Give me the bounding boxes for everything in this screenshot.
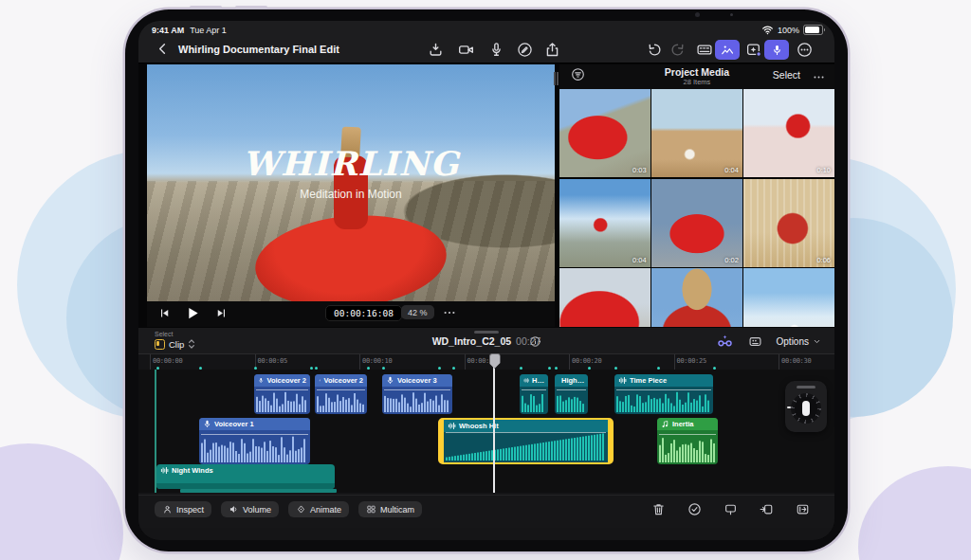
media-browser-icon[interactable] bbox=[715, 40, 740, 60]
jog-wheel-dial[interactable] bbox=[791, 393, 821, 424]
captions-icon[interactable] bbox=[696, 42, 713, 58]
thumbnail-duration: 0:06 bbox=[816, 256, 831, 264]
ipad-screen: 9:41 AMTue Apr 1 100% Whirling Documenta… bbox=[138, 21, 834, 540]
timeline-clip[interactable]: Inertia bbox=[657, 418, 718, 464]
chevron-down-icon bbox=[813, 337, 821, 346]
viewer-more-icon[interactable] bbox=[443, 308, 456, 317]
timeline-clip[interactable]: Voiceover 1 bbox=[199, 418, 310, 464]
ruler-tick-label: 00:00:25 bbox=[677, 357, 706, 365]
media-panel: Project Media 28 Items Select 0:030:040:… bbox=[559, 64, 834, 327]
media-thumbnail[interactable]: 0:04 bbox=[651, 89, 742, 177]
inspect-button[interactable]: Inspect bbox=[155, 501, 211, 517]
ruler-tick-line bbox=[674, 354, 675, 370]
clip-waveform bbox=[317, 389, 365, 412]
thumbnail-duration: 0:04 bbox=[724, 166, 739, 174]
clip-label: Time Piece bbox=[614, 374, 713, 387]
insert-clip-icon[interactable] bbox=[760, 502, 774, 516]
pencil-tools-icon[interactable] bbox=[517, 42, 533, 58]
clip-label: Voiceover 2 bbox=[315, 374, 367, 387]
bottom-toolbar: InspectVolumeAnimateMulticam bbox=[138, 495, 834, 528]
status-date: Tue Apr 1 bbox=[190, 26, 227, 35]
connect-clip-icon[interactable] bbox=[724, 502, 738, 516]
timecode-display[interactable]: 00:00:16:08 bbox=[325, 305, 402, 321]
timeline-clip[interactable]: Time Piece bbox=[614, 374, 713, 414]
media-panel-header: Project Media 28 Items Select bbox=[559, 64, 834, 87]
jog-wheel[interactable] bbox=[785, 381, 827, 432]
options-button[interactable]: Options bbox=[777, 336, 821, 347]
effects-icon[interactable] bbox=[745, 42, 762, 58]
volume-icon bbox=[229, 504, 239, 515]
ruler-tick-line bbox=[465, 354, 466, 370]
undo-icon[interactable] bbox=[647, 42, 663, 58]
clip-label: Whoosh Hit bbox=[444, 420, 608, 432]
viewer: WHIRLING Meditation in Motion 00:00:16:0… bbox=[147, 64, 555, 327]
timeline-clip[interactable]: High… bbox=[555, 374, 588, 414]
back-button[interactable] bbox=[156, 42, 170, 56]
media-more-icon[interactable] bbox=[813, 72, 825, 83]
timeline-header: Select Clip WD_Intro_C2_0500:27 bbox=[138, 328, 834, 353]
clip-label: Night Winds bbox=[156, 464, 335, 477]
animate-button[interactable]: Animate bbox=[288, 501, 349, 517]
import-icon[interactable] bbox=[428, 42, 444, 58]
jog-wheel-handle[interactable] bbox=[797, 386, 815, 388]
skip-forward-icon[interactable] bbox=[215, 307, 228, 319]
multicam-button[interactable]: Multicam bbox=[358, 501, 422, 517]
panel-resize-handle2[interactable] bbox=[557, 72, 559, 85]
viewer-frame: WHIRLING Meditation in Motion bbox=[147, 64, 555, 301]
clip-waveform bbox=[201, 434, 308, 462]
media-thumbnail[interactable]: 0:04 bbox=[559, 179, 650, 267]
play-button[interactable] bbox=[186, 306, 200, 320]
share-icon[interactable] bbox=[544, 42, 560, 58]
ruler-tick-label: 00:00:05 bbox=[258, 357, 287, 365]
timeline-clip[interactable]: Voiceover 2 bbox=[315, 374, 367, 414]
viewer-zoom-level[interactable]: 42 % bbox=[401, 305, 434, 319]
overwrite-clip-icon[interactable] bbox=[796, 502, 810, 516]
clip-waveform bbox=[446, 432, 606, 461]
select-button[interactable]: Select bbox=[773, 69, 800, 81]
ruler-tick-label: 00:00:20 bbox=[572, 357, 601, 365]
media-thumbnail[interactable]: 0:10 bbox=[743, 89, 834, 177]
connect-nodes-icon[interactable] bbox=[716, 334, 734, 349]
battery-icon bbox=[803, 25, 823, 35]
media-thumbnail[interactable]: 0:03 bbox=[559, 89, 650, 177]
top-bar: 9:41 AMTue Apr 1 100% Whirling Documenta… bbox=[138, 21, 834, 63]
media-thumbnail[interactable] bbox=[743, 268, 834, 327]
clip-label: Voiceover 1 bbox=[199, 418, 310, 430]
timeline-clip[interactable]: Whoosh Hit bbox=[438, 418, 614, 464]
clip-label: Voiceover 3 bbox=[382, 374, 452, 387]
bg-blob-bottom-right bbox=[858, 466, 971, 560]
project-title: Whirling Documentary Final Edit bbox=[178, 44, 339, 55]
clip-waveform bbox=[256, 389, 308, 412]
info-icon[interactable] bbox=[529, 335, 541, 348]
redo-icon[interactable] bbox=[669, 42, 686, 58]
timeline-resize-handle[interactable] bbox=[474, 331, 499, 334]
clip-waveform bbox=[616, 389, 711, 412]
thumbnail-duration: 0:04 bbox=[632, 256, 647, 264]
multicam-icon bbox=[366, 504, 376, 515]
more-icon[interactable] bbox=[797, 42, 813, 58]
timeline-clip[interactable]: Night Winds bbox=[156, 464, 335, 489]
trash-icon[interactable] bbox=[651, 502, 666, 516]
media-thumbnail[interactable] bbox=[559, 268, 650, 327]
media-thumbnail[interactable]: 0:06 bbox=[743, 179, 834, 267]
inspect-icon bbox=[162, 504, 173, 515]
timeline-clip[interactable]: Voiceover 3 bbox=[382, 374, 452, 414]
ruler-tick-line bbox=[569, 354, 570, 370]
top-button-hw bbox=[235, 6, 267, 9]
timeline-clip[interactable]: Voiceover 2 bbox=[254, 374, 310, 414]
timeline-index-icon[interactable] bbox=[747, 334, 763, 349]
done-icon[interactable] bbox=[687, 502, 702, 516]
media-thumbnail[interactable] bbox=[651, 268, 742, 327]
skip-back-icon[interactable] bbox=[158, 307, 171, 319]
camera-icon[interactable] bbox=[458, 42, 474, 58]
voiceover-icon[interactable] bbox=[764, 40, 789, 60]
microphone-icon[interactable] bbox=[488, 42, 504, 58]
timeline-clip[interactable]: H… bbox=[520, 374, 548, 414]
playhead[interactable] bbox=[493, 353, 495, 493]
clip-waveform bbox=[659, 434, 716, 462]
panel-resize-handle[interactable] bbox=[554, 72, 556, 85]
current-clip-name: WD_Intro_C2_05 bbox=[432, 335, 511, 347]
clip-label: High… bbox=[555, 374, 588, 387]
volume-button[interactable]: Volume bbox=[221, 501, 279, 517]
media-thumbnail[interactable]: 0:02 bbox=[651, 179, 742, 267]
